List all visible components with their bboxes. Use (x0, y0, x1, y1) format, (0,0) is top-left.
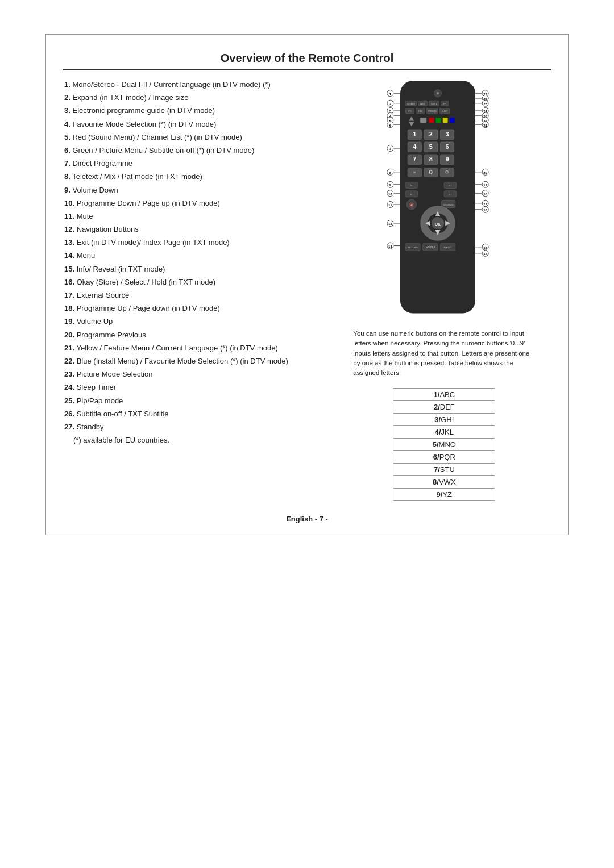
list-item: 4. Favourite Mode Selection (*) (in DTV … (63, 119, 324, 130)
table-row: 1/ABC (393, 389, 495, 401)
right-column: SCREEN LANG SUBTL PP EPG FAV PRESETS SLE… (338, 80, 551, 501)
item-number: 17. (64, 291, 74, 299)
item-number: 26. (64, 410, 74, 418)
letter-cell: 2/DEF (393, 401, 495, 414)
list-item: 19. Volume Up (63, 316, 324, 327)
list-item: 3. Electronic programme guide (in DTV mo… (63, 106, 324, 116)
svg-text:EPG: EPG (408, 110, 412, 112)
item-number: 23. (64, 370, 74, 378)
table-row: 3/GHI (393, 414, 495, 426)
item-number: 8. (64, 172, 70, 181)
list-item: 14. Menu (63, 251, 324, 261)
list-item: 22. Blue (Install Menu) / Favourite Mode… (63, 356, 324, 366)
svg-text:13: 13 (389, 245, 392, 248)
svg-text:2: 2 (429, 131, 433, 137)
svg-text:5: 5 (429, 143, 433, 150)
item-number: 20. (64, 331, 74, 339)
svg-text:OK: OK (435, 222, 441, 226)
svg-rect-24 (443, 118, 448, 123)
table-row: 2/DEF (393, 401, 495, 414)
table-row: 4/JKL (393, 426, 495, 439)
list-item: 20. Programme Previous (63, 330, 324, 340)
svg-text:P+: P+ (449, 193, 453, 196)
svg-text:P-: P- (410, 193, 413, 196)
item-number: 21. (64, 344, 74, 352)
item-number: 12. (64, 225, 74, 233)
list-item: 13. Exit (in DTV mode)/ Index Page (in T… (63, 237, 324, 248)
item-number: 1. (64, 80, 70, 89)
list-item: 16. Okay (Store) / Select / Hold (in TXT… (63, 277, 324, 287)
list-item: 24. Sleep Timer (63, 382, 324, 393)
list-item: 9. Volume Down (63, 185, 324, 195)
list-item: 26. Subtitle on-off / TXT Subtitle (63, 409, 324, 419)
svg-text:FAV: FAV (419, 110, 423, 112)
svg-point-2 (437, 92, 439, 94)
svg-text:🔇: 🔇 (409, 202, 414, 207)
svg-text:17: 17 (484, 202, 488, 206)
svg-text:19: 19 (484, 183, 488, 187)
item-number: 18. (64, 304, 74, 312)
list-item: 17. External Source (63, 290, 324, 301)
list-item: 27. Standby (63, 422, 324, 432)
item-number: 19. (64, 317, 74, 326)
footnote-text: (*) available for EU countries. (73, 435, 169, 445)
list-item: 18. Programme Up / Page down (in DTV mod… (63, 303, 324, 314)
svg-text:⟳: ⟳ (445, 169, 450, 175)
item-number: 2. (64, 93, 70, 102)
svg-text:10: 10 (389, 193, 392, 196)
letter-cell: 5/MNO (393, 439, 495, 451)
letter-cell: 3/GHI (393, 414, 495, 426)
svg-text:MENU: MENU (426, 245, 435, 249)
item-number: 11. (64, 212, 74, 220)
list-item: 5. Red (Sound Menu) / Channel List (*) (… (63, 132, 324, 143)
svg-text:3: 3 (446, 131, 449, 137)
svg-text:14: 14 (484, 252, 488, 256)
svg-text:15: 15 (484, 246, 488, 249)
svg-text:11: 11 (389, 203, 392, 207)
svg-text:6: 6 (446, 143, 449, 150)
footer: English - 7 - (63, 515, 551, 523)
svg-text:RETURN: RETURN (408, 246, 418, 249)
list-item: 11. Mute (63, 211, 324, 222)
item-number: 24. (64, 383, 74, 391)
list-item: 2. Expand (in TXT mode) / Image size (63, 93, 324, 103)
item-number: 3. (64, 106, 70, 115)
svg-rect-21 (421, 118, 427, 123)
svg-rect-25 (450, 118, 455, 123)
item-number: 25. (64, 397, 74, 405)
svg-text:LANG: LANG (420, 103, 425, 105)
letter-cell: 4/JKL (393, 426, 495, 439)
svg-text:SLEEP: SLEEP (442, 110, 448, 112)
list-item: 23. Picture Mode Selection (63, 369, 324, 379)
svg-text:V-: V- (410, 184, 413, 187)
svg-text:PRESETS: PRESETS (428, 110, 437, 112)
svg-text:0: 0 (429, 169, 433, 176)
svg-text:25: 25 (484, 102, 488, 106)
table-row: 7/STU (393, 464, 495, 476)
letter-cell: 1/ABC (393, 389, 495, 401)
item-number: 6. (64, 146, 70, 155)
table-row: 5/MNO (393, 439, 495, 451)
svg-text:SUBTL: SUBTL (431, 103, 437, 105)
item-number: 14. (64, 251, 74, 260)
table-row: 6/PQR (393, 451, 495, 464)
svg-text:21: 21 (484, 124, 488, 127)
letter-cell: 6/PQR (393, 451, 495, 464)
letter-cell: 8/VWX (393, 476, 495, 489)
svg-text:12: 12 (389, 222, 392, 226)
table-row: 8/VWX (393, 476, 495, 489)
svg-text:7: 7 (413, 156, 417, 162)
list-item: 1. Mono/Stereo - Dual I-II / Current lan… (63, 80, 324, 90)
item-number: 16. (64, 278, 74, 286)
feature-list: 1. Mono/Stereo - Dual I-II / Current lan… (63, 80, 324, 445)
svg-text:INFO/T: INFO/T (444, 246, 453, 249)
list-item: 12. Navigation Buttons (63, 224, 324, 235)
list-item: 8. Teletext / Mix / Pat mode (in TXT mod… (63, 172, 324, 182)
remote-image: SCREEN LANG SUBTL PP EPG FAV PRESETS SLE… (381, 80, 507, 319)
list-item: 25. Pip/Pap mode (63, 396, 324, 406)
item-number: 10. (64, 199, 74, 207)
svg-text:4: 4 (413, 143, 417, 150)
list-item: 7. Direct Programme (63, 158, 324, 169)
item-number: 5. (64, 133, 70, 141)
item-number: 7. (64, 159, 70, 168)
